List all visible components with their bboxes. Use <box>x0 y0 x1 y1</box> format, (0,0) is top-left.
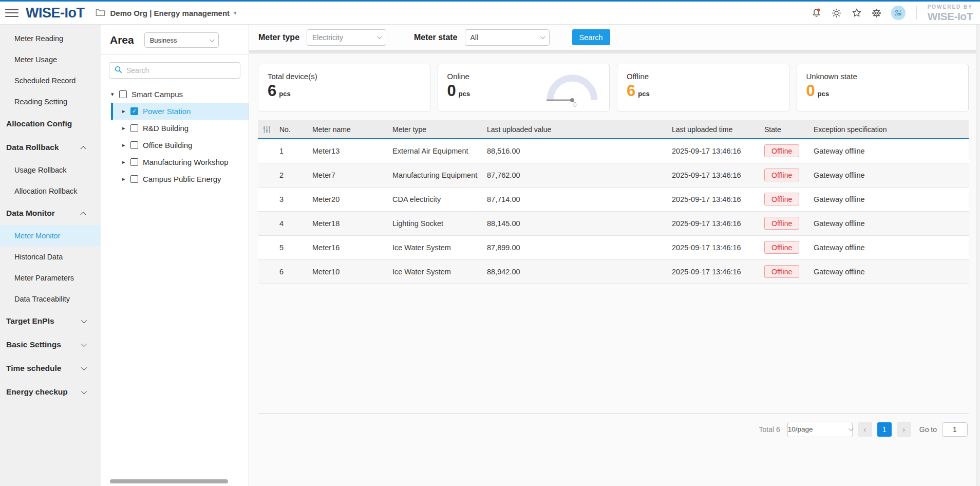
stat-card-unknown: Unknown state 0pcs <box>797 64 969 111</box>
search-button[interactable]: Search <box>572 29 610 45</box>
tree-expander-icon[interactable]: ▸ <box>122 142 130 148</box>
tree-expander-icon[interactable]: ▸ <box>122 176 130 182</box>
search-icon <box>115 66 122 76</box>
tree-expander-icon[interactable]: ▸ <box>122 108 130 115</box>
tree-node-label: Power Station <box>143 107 191 116</box>
cell-exception: Gateway offline <box>809 139 969 163</box>
settings-gear-icon[interactable] <box>871 7 882 18</box>
tree-checkbox[interactable] <box>130 124 138 132</box>
page-number-button[interactable]: 1 <box>877 422 892 437</box>
cell-no: 4 <box>275 211 308 235</box>
pagination-bar: Total 6 10/page ‹ 1 › Go to <box>258 422 969 437</box>
tree-node-manufacturing-workshop[interactable]: ▸ Manufacturing Workshop <box>111 154 249 171</box>
table-row: 6 Meter10 Ice Water System 88,942.00 202… <box>258 259 969 284</box>
sidebar-item-data-traceability[interactable]: Data Traceability <box>0 288 101 309</box>
sidebar-item-label: Meter Usage <box>14 55 57 64</box>
prev-page-button[interactable]: ‹ <box>858 422 872 437</box>
meter-table: No. Meter name Meter type Last uploaded … <box>258 120 969 284</box>
cell-meter-name: Meter13 <box>308 139 388 163</box>
cell-last-time: 2025-09-17 13:46:16 <box>668 211 760 235</box>
brightness-sun-icon[interactable] <box>831 7 842 18</box>
content-divider <box>258 284 969 414</box>
cell-exception: Gateway offline <box>809 235 969 259</box>
pagination-total: Total 6 <box>759 425 780 434</box>
area-mode-select[interactable]: Business <box>144 32 219 48</box>
org-selector-label: Demo Org | Energy management <box>110 9 230 17</box>
sidebar-item-usage-rollback[interactable]: Usage Rollback <box>0 159 101 180</box>
sidebar-item-historical-data[interactable]: Historical Data <box>0 246 101 267</box>
tree-search-box[interactable] <box>109 62 240 79</box>
sidebar-item-scheduled-record[interactable]: Scheduled Record <box>0 70 101 91</box>
sidebar-item-allocation-rollback[interactable]: Allocation Rollback <box>0 180 101 201</box>
tree-checkbox[interactable] <box>130 158 138 166</box>
meter-type-select[interactable]: Electricity <box>307 29 386 46</box>
goto-label: Go to <box>919 425 937 434</box>
sidebar-item-allocation-config[interactable]: Allocation Config <box>0 112 101 136</box>
tree-checkbox[interactable] <box>130 175 138 183</box>
area-title: Area <box>110 34 134 46</box>
sidebar-item-data-rollback[interactable]: Data Rollback <box>0 136 101 159</box>
tree-expander-icon[interactable]: ▸ <box>122 125 130 132</box>
sidebar-item-label: Data Monitor <box>6 209 55 218</box>
powered-by-logo: POWERED BY WISE-IoT <box>928 5 973 22</box>
col-no: No. <box>275 120 308 139</box>
cell-last-value: 87,899.00 <box>483 235 668 259</box>
tree-expander-icon[interactable]: ▸ <box>122 159 130 165</box>
notifications-bell-icon[interactable] <box>811 7 822 18</box>
page-size-select[interactable]: 10/page <box>787 422 853 437</box>
tree-node-office-building[interactable]: ▸ Office Building <box>111 137 249 154</box>
tree-search-input[interactable] <box>126 66 219 74</box>
sidebar-item-label: Basic Settings <box>6 340 61 349</box>
tree-node-power-station[interactable]: ▸ ✓ Power Station <box>111 103 249 120</box>
sidebar-item-reading-setting[interactable]: Reading Setting <box>0 91 101 112</box>
tree-node-campus-public-energy[interactable]: ▸ Campus Public Energy <box>111 171 249 188</box>
online-gauge: 0 <box>543 70 601 109</box>
cell-meter-name: Meter16 <box>308 235 388 259</box>
sidebar-item-label: Scheduled Record <box>14 77 76 85</box>
tree-node-smart-campus[interactable]: ▾ Smart Campus <box>111 86 249 103</box>
favorite-star-icon[interactable] <box>851 7 862 18</box>
meter-type-value: Electricity <box>312 33 343 42</box>
sidebar-item-meter-monitor[interactable]: Meter Monitor <box>0 225 101 246</box>
sidebar-item-label: Data Rollback <box>6 143 59 152</box>
sidebar-item-meter-usage[interactable]: Meter Usage <box>0 49 101 70</box>
user-avatar[interactable]: 温 <box>891 6 906 20</box>
next-page-button[interactable]: › <box>897 422 911 437</box>
sidebar-item-meter-reading[interactable]: Meter Reading <box>0 28 101 49</box>
meter-type-label: Meter type <box>258 33 299 42</box>
chevron-down-icon <box>540 34 545 39</box>
tree-expander-icon[interactable]: ▾ <box>111 91 119 98</box>
sidebar-item-meter-parameters[interactable]: Meter Parameters <box>0 267 101 288</box>
tree-checkbox[interactable]: ✓ <box>130 107 138 115</box>
tree-checkbox[interactable] <box>119 90 127 98</box>
horizontal-scrollbar-thumb[interactable] <box>110 479 228 483</box>
sidebar-item-energy-checkup[interactable]: Energy checkup <box>0 380 101 404</box>
sidebar-item-basic-settings[interactable]: Basic Settings <box>0 333 101 357</box>
sidebar-item-data-monitor[interactable]: Data Monitor <box>0 201 101 225</box>
col-last-value: Last uploaded value <box>483 120 668 139</box>
table-row: 5 Meter16 Ice Water System 87,899.00 202… <box>258 235 969 259</box>
chevron-icon <box>80 212 86 217</box>
org-selector[interactable]: Demo Org | Energy management ▾ <box>96 8 236 18</box>
sidebar-item-target-enpis[interactable]: Target EnPIs <box>0 309 101 333</box>
stat-title: Unknown state <box>806 72 959 81</box>
tree-node-r-d-building[interactable]: ▸ R&D Building <box>111 120 249 137</box>
sidebar-item-time-schedule[interactable]: Time schedule <box>0 357 101 380</box>
cell-exception: Gateway offline <box>809 211 969 235</box>
goto-page-input[interactable] <box>942 422 968 437</box>
page-size-value: 10/page <box>788 425 813 433</box>
column-settings-icon[interactable] <box>262 125 271 134</box>
area-panel: Area Business ▾ Smart Campus ▸ <box>101 25 249 486</box>
sidebar-item-label: Energy checkup <box>6 387 68 397</box>
topbar: WISE-IoT Demo Org | Energy management ▾ … <box>0 2 980 25</box>
cell-no: 2 <box>275 163 308 187</box>
col-meter-name: Meter name <box>308 120 388 139</box>
vertical-scrollbar-track[interactable] <box>976 25 980 486</box>
meter-state-select[interactable]: All <box>465 29 550 46</box>
cell-no: 3 <box>275 187 308 211</box>
cell-meter-type: Manufacturing Equipment <box>388 163 483 187</box>
menu-icon[interactable] <box>5 8 18 18</box>
cell-exception: Gateway offline <box>809 187 969 211</box>
stat-value: 0 <box>806 83 815 99</box>
tree-checkbox[interactable] <box>130 141 138 149</box>
